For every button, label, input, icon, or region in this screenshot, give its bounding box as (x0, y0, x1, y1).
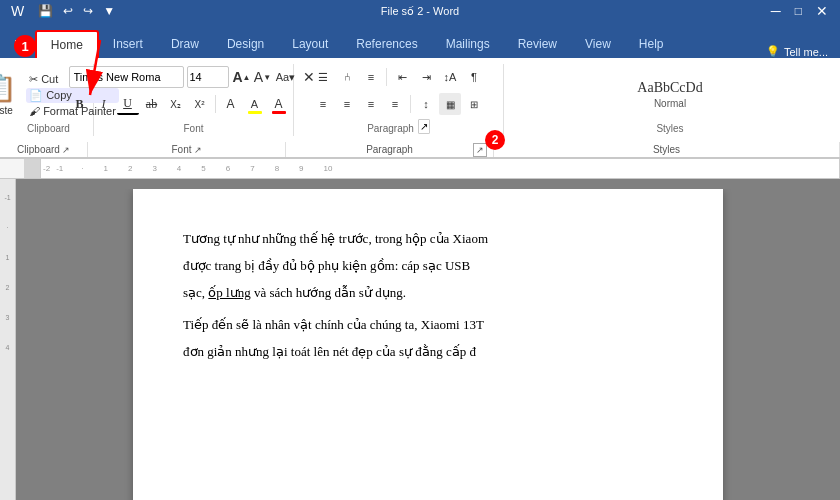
highlight-icon: A (251, 98, 258, 110)
vr-1: -1 (4, 183, 10, 213)
show-hide-button[interactable]: ¶ (463, 66, 485, 88)
cut-label: Cut (41, 73, 58, 85)
badge-number-1: 1 (14, 35, 36, 57)
shading-button[interactable]: ▦ (439, 93, 461, 115)
increase-font-button[interactable]: A▲ (232, 67, 252, 87)
ribbon-content: 📋 Paste ✂ Cut 📄 Copy 🖌 Format Painter (0, 62, 840, 142)
bullets-button[interactable]: ☰ (312, 66, 334, 88)
ruler-0: · (81, 164, 83, 173)
page-container: Tương tự như những thế hệ trước, trong h… (36, 189, 820, 500)
ruler-3: 3 (152, 164, 156, 173)
tab-help[interactable]: Help (625, 30, 678, 58)
clipboard-bottom: Clipboard ↗ (0, 142, 88, 157)
decrease-indent-button[interactable]: ⇤ (391, 66, 413, 88)
doc-line-4: Tiếp đến sẽ là nhân vật chính của chúng … (183, 315, 673, 336)
styles-gallery: AaBbCcDd Normal (627, 66, 712, 123)
para-expand-icon[interactable]: ↗ (473, 143, 487, 157)
decrease-font-button[interactable]: A▼ (253, 67, 273, 87)
font-color-icon: A (274, 97, 282, 111)
change-case-button[interactable]: Aa▾ (276, 67, 296, 87)
doc-line-2: được trang bị đầy đủ bộ phụ kiện gồm: cá… (183, 256, 673, 277)
subscript-button[interactable]: X₂ (165, 93, 187, 115)
numbering-button[interactable]: ⑃ (336, 66, 358, 88)
style-normal[interactable]: AaBbCcDd Normal (629, 76, 710, 113)
vr-6: 4 (6, 333, 10, 363)
restore-btn[interactable]: □ (791, 4, 806, 18)
italic-button[interactable]: I (93, 93, 115, 115)
strikethrough-button[interactable]: ab (141, 93, 163, 115)
tab-mailings[interactable]: Mailings (432, 30, 504, 58)
tab-design[interactable]: Design (213, 30, 278, 58)
align-center-button[interactable]: ≡ (336, 93, 358, 115)
tell-me-area[interactable]: 💡 Tell me... (758, 45, 836, 58)
save-icon[interactable]: 💾 (35, 3, 56, 19)
clipboard-expand-icon[interactable]: ↗ (62, 145, 70, 155)
redo-icon[interactable]: ↪ (80, 3, 96, 19)
styles-bottom-label: Styles (653, 144, 680, 155)
ruler-5: 5 (201, 164, 205, 173)
vr-3: 1 (6, 243, 10, 273)
para-top-row: ☰ ⑃ ≡ ⇤ ⇥ ↕A ¶ (312, 66, 485, 88)
document-title: File số 2 - Word (381, 5, 459, 17)
sort-button[interactable]: ↕A (439, 66, 461, 88)
underline-button[interactable]: U (117, 93, 139, 115)
paste-button[interactable]: 📋 Paste (0, 71, 22, 118)
borders-button[interactable]: ⊞ (463, 93, 485, 115)
minimize-btn[interactable]: ─ (767, 3, 785, 19)
word-icon: W (8, 2, 27, 20)
increase-indent-button[interactable]: ⇥ (415, 66, 437, 88)
paste-icon: 📋 (0, 73, 16, 104)
line-spacing-button[interactable]: ↕ (415, 93, 437, 115)
font-size-buttons: A▲ A▼ (232, 67, 273, 87)
justify-button[interactable]: ≡ (384, 93, 406, 115)
font-name-input[interactable] (69, 66, 184, 88)
tab-home[interactable]: Home (35, 30, 99, 58)
styles-group: AaBbCcDd Normal Styles (504, 64, 836, 136)
ruler-minus1: -1 (56, 164, 63, 173)
paragraph-expand-icon[interactable]: ↗ (418, 119, 430, 134)
ruler-scale: -2 -1 · 1 2 3 4 5 6 7 8 9 10 (40, 159, 840, 178)
text-effects-button[interactable]: A (220, 93, 242, 115)
font-size-input[interactable] (187, 66, 229, 88)
ruler-1: 1 (103, 164, 107, 173)
align-right-button[interactable]: ≡ (360, 93, 382, 115)
ruler-minus2: -2 (43, 164, 50, 173)
paintbrush-icon: 🖌 (29, 105, 40, 117)
layout-wrapper: -1 · 1 2 3 4 Tương tự như những thế hệ t… (0, 179, 840, 500)
bold-button[interactable]: B (69, 93, 91, 115)
ruler-4: 4 (177, 164, 181, 173)
title-center: File số 2 - Word (381, 5, 459, 18)
tab-review[interactable]: Review (504, 30, 571, 58)
superscript-button[interactable]: X² (189, 93, 211, 115)
ruler-margin-left (24, 159, 40, 178)
styles-bottom: Styles (494, 142, 840, 157)
styles-label: Styles (656, 123, 683, 134)
tab-draw[interactable]: Draw (157, 30, 213, 58)
font-color-button[interactable]: A (268, 93, 290, 115)
clipboard-bottom-label: Clipboard (17, 144, 60, 155)
vr-5: 3 (6, 303, 10, 333)
style-normal-label: Normal (654, 98, 686, 109)
font-expand-icon[interactable]: ↗ (194, 145, 202, 155)
tab-insert[interactable]: Insert (99, 30, 157, 58)
font-bottom: Font ↗ (88, 142, 286, 157)
highlight-button[interactable]: A (244, 93, 266, 115)
tab-view[interactable]: View (571, 30, 625, 58)
customize-qat-icon[interactable]: ▼ (100, 3, 118, 19)
document-page[interactable]: Tương tự như những thế hệ trước, trong h… (133, 189, 723, 500)
para-align-row: ≡ ≡ ≡ ≡ ↕ ▦ ⊞ (312, 93, 485, 115)
ribbon: 📋 Paste ✂ Cut 📄 Copy 🖌 Format Painter (0, 58, 840, 159)
align-left-button[interactable]: ≡ (312, 93, 334, 115)
tab-layout[interactable]: Layout (278, 30, 342, 58)
vertical-ruler: -1 · 1 2 3 4 (0, 179, 16, 500)
style-normal-preview: AaBbCcDd (637, 80, 702, 96)
doc-line-1: Tương tự như những thế hệ trước, trong h… (183, 229, 673, 250)
undo-icon[interactable]: ↩ (60, 3, 76, 19)
tell-me-label: Tell me... (784, 46, 828, 58)
clipboard-label: Clipboard (27, 123, 70, 134)
multilevel-button[interactable]: ≡ (360, 66, 382, 88)
tab-references[interactable]: References (342, 30, 431, 58)
para-controls: ☰ ⑃ ≡ ⇤ ⇥ ↕A ¶ ≡ ≡ ≡ ≡ ↕ ▦ ⊞ (312, 66, 485, 118)
close-btn[interactable]: ✕ (812, 3, 832, 19)
font-bottom-label: Font (171, 144, 191, 155)
